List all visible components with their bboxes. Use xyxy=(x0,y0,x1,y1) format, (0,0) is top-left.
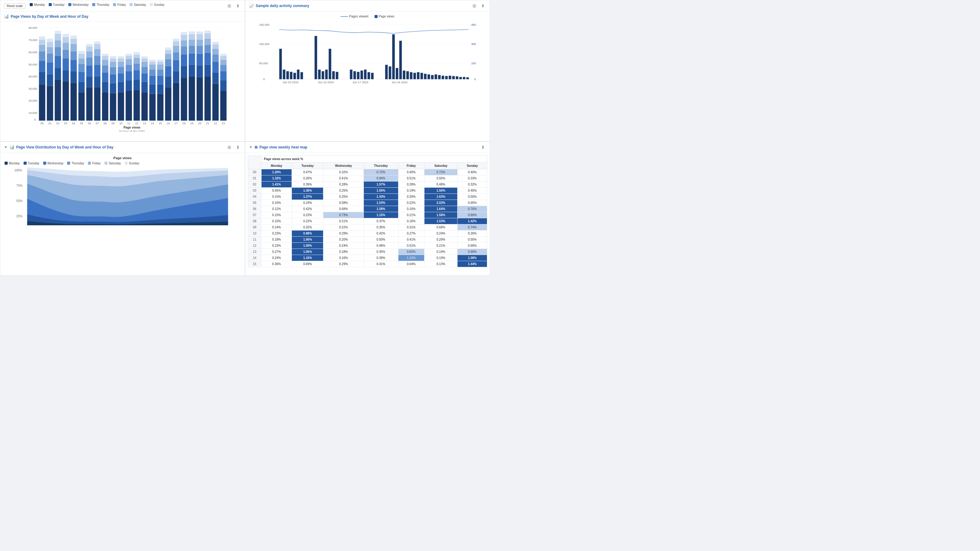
heatmap-cell: 0.82% xyxy=(398,249,424,255)
svg-rect-124 xyxy=(142,73,148,82)
table-view-button-3[interactable]: ⊞ xyxy=(226,144,232,150)
svg-rect-131 xyxy=(150,84,156,94)
svg-rect-61 xyxy=(78,64,85,72)
svg-rect-71 xyxy=(86,46,93,51)
svg-rect-80 xyxy=(94,41,100,44)
svg-rect-64 xyxy=(78,51,85,54)
svg-rect-88 xyxy=(102,54,108,56)
hour-label: 02 xyxy=(248,181,261,187)
svg-rect-96 xyxy=(110,56,116,59)
heatmap-cell: 0.40% xyxy=(398,169,424,175)
svg-rect-182 xyxy=(197,40,203,46)
svg-rect-32 xyxy=(47,38,53,41)
svg-rect-188 xyxy=(205,53,211,65)
heatmap-cell: 0.41% xyxy=(364,261,398,267)
heatmap-cell: 0.32% xyxy=(323,169,364,175)
heatmap-cell: 0.39% xyxy=(292,181,323,187)
svg-rect-101 xyxy=(118,67,124,73)
download-button-3[interactable]: ⬇ xyxy=(235,144,241,150)
heatmap-cell: 1.55% xyxy=(364,187,398,194)
svg-rect-260 xyxy=(434,75,437,79)
svg-rect-149 xyxy=(165,59,172,67)
svg-text:Jun 10 2024: Jun 10 2024 xyxy=(318,81,334,84)
download-button-4[interactable]: ⬇ xyxy=(480,144,486,150)
download-button-2[interactable]: ⬇ xyxy=(480,3,486,9)
svg-rect-148 xyxy=(165,67,172,76)
svg-rect-26 xyxy=(47,86,53,121)
svg-text:11: 11 xyxy=(127,122,130,125)
table-row: 120.23%1.09%0.24%0.46%0.51%0.21%0.66% xyxy=(248,243,487,249)
heatmap-cell: 0.24% xyxy=(292,200,323,206)
svg-rect-229 xyxy=(293,73,296,79)
svg-rect-117 xyxy=(134,64,140,70)
table-view-button[interactable]: ⊞ xyxy=(226,3,232,9)
reset-scale-button[interactable]: Reset scale xyxy=(4,3,25,9)
heatmap-cell: 0.24% xyxy=(424,230,458,236)
heatmap-cell: 1.15% xyxy=(364,212,398,218)
svg-rect-99 xyxy=(118,82,124,92)
heatmap-cell: 1.36% xyxy=(292,187,323,194)
top-right-title: 📈 Sample daily activity summary xyxy=(249,4,309,8)
svg-rect-20 xyxy=(39,60,45,71)
legend-friday: Friday xyxy=(117,3,126,6)
heatmap-cell: 1.53% xyxy=(424,218,458,224)
svg-rect-253 xyxy=(410,72,412,79)
svg-rect-91 xyxy=(110,83,116,93)
svg-rect-62 xyxy=(78,59,85,64)
heatmap-icon: ⊞ xyxy=(255,145,258,149)
heatmap-cell: 0.16% xyxy=(323,255,364,261)
chart-label: Page views xyxy=(5,156,240,160)
svg-text:300: 300 xyxy=(471,42,476,46)
svg-text:09: 09 xyxy=(111,122,115,125)
svg-rect-246 xyxy=(385,65,388,79)
svg-rect-72 xyxy=(86,44,93,46)
chart-icon-top-left: 📊 xyxy=(4,14,9,19)
svg-text:by hour of day (24h): by hour of day (24h) xyxy=(119,130,145,132)
hour-label: 07 xyxy=(248,212,261,218)
heatmap-cell: 0.16% xyxy=(398,218,424,224)
heatmap-cell: 0.69% xyxy=(292,261,323,267)
svg-rect-106 xyxy=(126,91,132,121)
svg-rect-85 xyxy=(102,65,108,73)
svg-text:15: 15 xyxy=(159,122,162,125)
table-row: 140.24%1.16%0.16%0.39%1.12%0.19%1.08% xyxy=(248,255,487,261)
svg-rect-191 xyxy=(205,33,211,39)
heatmap-cell: 0.19% xyxy=(424,249,458,255)
svg-rect-115 xyxy=(134,79,140,90)
top-left-actions: ⊞ ⬇ xyxy=(226,3,241,9)
heatmap-cell: 0.51% xyxy=(398,175,424,181)
heatmap-table-wrap[interactable]: Page views across week % Monday Tuesday … xyxy=(248,156,487,267)
panel-header-bottom-left: ▼ 📊 Page View Distribution by Day of Wee… xyxy=(0,142,245,153)
download-button[interactable]: ⬇ xyxy=(235,3,241,9)
table-view-button-2[interactable]: ⊞ xyxy=(471,3,477,9)
heatmap-cell: 0.22% xyxy=(398,200,424,206)
svg-text:10,000: 10,000 xyxy=(29,111,37,114)
heatmap-cell: 0.19% xyxy=(398,187,424,194)
svg-rect-225 xyxy=(279,49,282,79)
hour-label: 04 xyxy=(248,194,261,200)
heatmap-cell: 0.29% xyxy=(323,230,364,236)
collapse-arrow-icon[interactable]: ▼ xyxy=(4,145,8,149)
svg-rect-19 xyxy=(39,71,45,84)
heatmap-cell: 0.90% xyxy=(458,249,487,255)
svg-rect-174 xyxy=(189,40,195,46)
hour-label: 00 xyxy=(248,169,261,175)
svg-rect-35 xyxy=(55,68,61,79)
svg-text:01: 01 xyxy=(48,122,51,125)
heatmap-cell: 0.41% xyxy=(398,236,424,243)
svg-text:18: 18 xyxy=(183,122,186,125)
svg-rect-241 xyxy=(357,72,359,79)
heatmap-cell: 0.22% xyxy=(292,218,323,224)
svg-rect-18 xyxy=(39,84,45,121)
svg-rect-252 xyxy=(406,71,409,79)
collapse-arrow-icon-2[interactable]: ▼ xyxy=(249,145,253,149)
svg-rect-202 xyxy=(220,91,227,121)
heatmap-cell: 0.72% xyxy=(364,169,398,175)
heatmap-cell: 0.36% xyxy=(261,261,291,267)
svg-rect-56 xyxy=(70,35,77,38)
table-row: 150.36%0.69%0.29%0.41%0.64%0.13%1.44% xyxy=(248,261,487,267)
hour-label: 15 xyxy=(248,261,261,267)
svg-rect-227 xyxy=(286,71,289,79)
svg-text:30,000: 30,000 xyxy=(29,87,37,90)
heatmap-cell: 0.94% xyxy=(364,175,398,181)
